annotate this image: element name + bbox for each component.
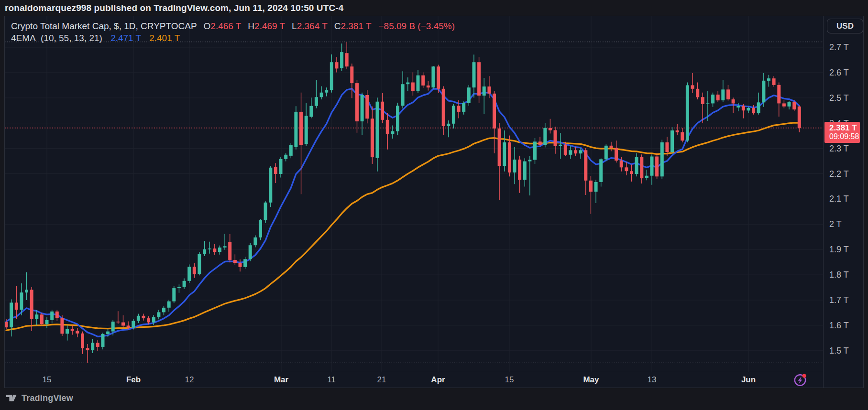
legend-symbol-row: Crypto Total Market Cap, $, 1D, CRYPTOCA…: [11, 20, 455, 32]
price-axis-label: 1.7 T: [829, 295, 849, 305]
price-axis-label: 2.7 T: [829, 43, 849, 53]
time-axis-label: 15: [43, 375, 52, 385]
last-price-tag: 2.381 T 09:09:58: [824, 122, 860, 143]
time-axis-label: Apr: [431, 375, 445, 385]
tradingview-logo-icon: [6, 395, 18, 401]
ohlc-open-label: O: [204, 21, 211, 31]
ohlc-open-value: 2.466 T: [210, 21, 241, 31]
tradingview-brand-link[interactable]: TradingView: [22, 393, 73, 403]
ohlc-low-label: L: [292, 21, 297, 31]
time-axis-label: May: [583, 375, 599, 385]
price-axis-label: 1.5 T: [829, 345, 849, 356]
indicator-slow-value: 2.401 T: [149, 33, 180, 43]
time-axis-label: 21: [377, 375, 386, 385]
ohlc-close-label: C: [334, 21, 341, 31]
price-axis-label: 1.8 T: [829, 270, 849, 280]
ohlc-low-value: 2.364 T: [297, 21, 328, 31]
price-axis-label: 1.9 T: [829, 245, 849, 255]
realtime-data-button[interactable]: [793, 373, 808, 387]
price-axis-label: 2.2 T: [829, 169, 849, 179]
ohlc-high-value: 2.469 T: [254, 21, 285, 31]
lightning-icon: [793, 373, 808, 387]
publish-bar: ronaldomarquez998 published on TradingVi…: [0, 0, 868, 16]
indicator-params: (10, 55, 13, 21): [41, 33, 102, 43]
ema-10-line: [6, 89, 799, 337]
time-axis-label: 15: [505, 375, 514, 385]
chart-widget: Crypto Total Market Cap, $, 1D, CRYPTOCA…: [4, 16, 864, 388]
legend: Crypto Total Market Cap, $, 1D, CRYPTOCA…: [11, 20, 455, 44]
time-axis[interactable]: 15Feb12Mar1121Apr15May13Jun: [5, 372, 823, 388]
ohlc-high-label: H: [248, 21, 254, 31]
grid-layer: [5, 16, 823, 372]
price-axis-label: 2.3 T: [829, 143, 849, 153]
indicator-name[interactable]: 4EMA: [11, 33, 35, 43]
time-axis-label: Jun: [741, 375, 756, 385]
change-value: −85.09 B (−3.45%): [378, 21, 455, 31]
time-axis-label: 12: [185, 375, 194, 385]
price-axis-label: 1.6 T: [829, 320, 849, 330]
footer: TradingView: [6, 392, 73, 404]
bar-countdown: 09:09:58: [829, 132, 860, 141]
time-axis-label: Mar: [274, 375, 288, 385]
chart-canvas[interactable]: [5, 16, 823, 372]
symbol-title[interactable]: Crypto Total Market Cap, $, 1D, CRYPTOCA…: [11, 21, 197, 31]
price-axis-label: 2.6 T: [829, 67, 849, 77]
currency-button[interactable]: USD: [827, 19, 863, 33]
price-axis-label: 2.1 T: [829, 194, 849, 204]
time-axis-label: Feb: [126, 375, 141, 385]
last-price-value: 2.381 T: [829, 123, 860, 132]
ema-55-line: [6, 123, 799, 331]
price-axis-label: 2.5 T: [829, 93, 849, 103]
time-axis-label: 11: [327, 375, 336, 385]
time-axis-label: 13: [648, 375, 657, 385]
legend-indicator-row: 4EMA (10, 55, 13, 21) 2.471 T 2.401 T: [11, 32, 455, 44]
price-axis-label: 2 T: [829, 219, 842, 229]
publish-text: ronaldomarquez998 published on TradingVi…: [5, 3, 343, 13]
price-axis[interactable]: USD 2.7 T2.6 T2.5 T2.4 T2.3 T2.2 T2.1 T2…: [823, 16, 863, 388]
indicator-fast-value: 2.471 T: [110, 33, 141, 43]
ohlc-close-value: 2.381 T: [341, 21, 371, 31]
candles-layer: [5, 42, 801, 363]
